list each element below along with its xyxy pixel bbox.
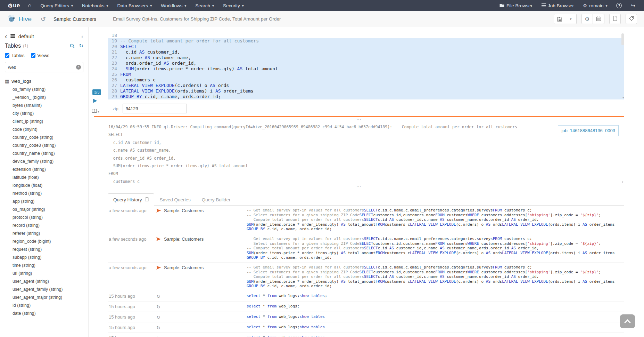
nav-menu-notebooks[interactable]: Notebooks▾ [77, 0, 113, 11]
variable-input[interactable] [123, 104, 187, 113]
settings-button[interactable]: ⚙ [581, 14, 593, 24]
editor-line[interactable]: 20SELECT [108, 44, 624, 49]
filter-tables-checkbox[interactable]: Tables [5, 53, 25, 58]
column-item-device_family[interactable]: device_family (string) [5, 158, 83, 166]
nav-user-menu[interactable]: ⚙ romain ▾ [578, 0, 612, 11]
scrollbar-thumb[interactable] [621, 33, 624, 45]
history-sql-preview[interactable]: select * from web_logs;show tables; [247, 294, 624, 298]
column-item-user_agent_family[interactable]: user_agent_family (string) [5, 286, 83, 294]
column-item-date[interactable]: date (string) [5, 310, 83, 318]
history-row[interactable]: 15 hours ago↻select * from web_logs;show… [108, 333, 624, 337]
filter-views-checkbox[interactable]: Views [31, 53, 49, 58]
editor-line[interactable]: 19-- Compute total amount per order for … [108, 38, 624, 44]
refresh-icon[interactable]: ↻ [79, 43, 83, 49]
editor-line[interactable]: 25FROM [108, 72, 624, 77]
history-sql-preview[interactable]: select * from web_logs;show tables [247, 314, 624, 319]
column-item-url[interactable]: url (string) [5, 270, 83, 278]
query-title[interactable]: Sample: Customers [53, 16, 96, 22]
history-row[interactable]: a few seconds agoSample: Customers-- Get… [108, 234, 624, 263]
nav-menu-query-editors[interactable]: Query Editors▾ [36, 0, 77, 11]
job-link[interactable]: job_1461888648136_0003 [558, 125, 619, 136]
editor-line[interactable]: 27LATERAL VIEW EXPLODE(c.orders) o AS or… [108, 83, 624, 88]
editor-line[interactable]: 18 [108, 33, 624, 38]
editor-line[interactable]: 21 c.id AS customer_id, [108, 49, 624, 55]
history-sql-preview[interactable]: -- Get email survey opt-in values for al… [247, 265, 624, 289]
nav-logout[interactable]: ↪ [626, 0, 640, 11]
history-sql-preview[interactable]: -- Get email survey opt-in values for al… [247, 208, 624, 232]
history-sql-preview[interactable]: select * from web_logs;show tables [247, 335, 624, 337]
resize-handle-top[interactable]: ⋯ [94, 117, 624, 122]
column-item-city[interactable]: city (string) [5, 110, 83, 118]
save-button[interactable] [554, 14, 565, 24]
resize-handle-bottom[interactable]: ⋯ [94, 184, 624, 190]
editor-line[interactable]: 23 ords.order_id AS order_id, [108, 61, 624, 66]
search-icon[interactable] [70, 43, 75, 48]
history-row[interactable]: 15 hours ago↻select * from web_logs;show… [108, 291, 624, 302]
nav-file-browser[interactable]: File Browser [495, 0, 537, 11]
history-row[interactable]: 15 hours ago↻select * from web_logs;show… [108, 312, 624, 322]
column-item-referer[interactable]: referer (string) [5, 230, 83, 238]
editor-line[interactable]: 22 c.name AS customer_name, [108, 55, 624, 61]
nav-menu-data-browsers[interactable]: Data Browsers▾ [113, 0, 157, 11]
table-search-input[interactable] [5, 62, 83, 72]
history-sql-preview[interactable]: select * from web_logs; [247, 304, 624, 309]
column-item-method[interactable]: method (string) [5, 190, 83, 198]
nav-menu-workflows[interactable]: Workflows▾ [156, 0, 191, 11]
column-item-region_code[interactable]: region_code (bigint) [5, 238, 83, 246]
column-item-app[interactable]: app (string) [5, 198, 83, 206]
column-item-longitude[interactable]: longitude (float) [5, 182, 83, 190]
column-item-protocol[interactable]: protocol (string) [5, 214, 83, 222]
column-item-subapp[interactable]: subapp (string) [5, 254, 83, 262]
execute-button[interactable]: ▶ [93, 98, 97, 103]
views-checkbox-input[interactable] [31, 53, 35, 58]
history-sql-preview[interactable]: select * from web_logs;show tables [247, 325, 624, 330]
column-item-request[interactable]: request (string) [5, 246, 83, 254]
database-name[interactable]: default [18, 33, 34, 39]
column-item-os_family[interactable]: os_family (string) [5, 86, 83, 94]
column-item-extension[interactable]: extension (string) [5, 166, 83, 174]
editor-line[interactable]: 26 customers c [108, 77, 624, 83]
nav-menu-search[interactable]: Search▾ [191, 0, 218, 11]
tables-checkbox-input[interactable] [5, 53, 9, 58]
hue-logo[interactable]: ⚙ue [4, 2, 23, 9]
document-button[interactable] [609, 14, 621, 24]
history-row[interactable]: a few seconds agoSample: Customers-- Get… [108, 263, 624, 291]
column-item-country_name[interactable]: country_name (string) [5, 150, 83, 158]
tags-button[interactable] [626, 14, 637, 24]
hive-app-brand[interactable]: Hive [7, 14, 32, 24]
editor-scrollbar[interactable]: ▾ [621, 33, 624, 99]
scroll-to-top-button[interactable] [620, 314, 635, 328]
editor-line[interactable]: 28LATERAL VIEW EXPLODE(ords.items) i AS … [108, 88, 624, 94]
history-sql-preview[interactable]: -- Get email survey opt-in values for al… [247, 236, 624, 260]
save-to-notebook-button[interactable]: ▾ [92, 109, 99, 114]
column-item-id[interactable]: id (string) [5, 302, 83, 310]
column-item-user_agent_major[interactable]: user_agent_major (string) [5, 294, 83, 302]
save-dropdown-button[interactable]: ▾ [565, 14, 577, 24]
back-chevron-icon[interactable]: ‹ [5, 33, 7, 40]
nav-home[interactable]: ⌂ [23, 0, 36, 11]
tab-query-history[interactable]: Query History [108, 193, 154, 206]
column-item-os_major[interactable]: os_major (string) [5, 206, 83, 214]
history-row[interactable]: 15 hours ago↻select * from web_logs;show… [108, 322, 624, 333]
column-item-client_ip[interactable]: client_ip (string) [5, 118, 83, 126]
column-item-record[interactable]: record (string) [5, 222, 83, 230]
scrollbar-down-arrow[interactable]: ▾ [622, 96, 624, 99]
sql-editor[interactable]: 1819-- Compute total amount per order fo… [108, 33, 624, 99]
collapse-chevron-icon[interactable]: ‹ [81, 33, 83, 40]
column-item-code[interactable]: code (tinyint) [5, 126, 83, 134]
editor-line[interactable]: 24 SUM(order_items.price * order_items.q… [108, 66, 624, 72]
scrollbar-down-arrow[interactable]: ▾ [622, 180, 624, 184]
clear-search-icon[interactable]: × [76, 65, 81, 70]
history-row[interactable]: a few seconds agoSample: Customers-- Get… [108, 206, 624, 234]
column-item-latitude[interactable]: latitude (float) [5, 174, 83, 182]
column-item-bytes[interactable]: bytes (smallint) [5, 102, 83, 110]
history-row[interactable]: 15 hours ago↻select * from web_logs; [108, 302, 624, 312]
column-item-time[interactable]: time (string) [5, 262, 83, 270]
editor-line[interactable]: 29GROUP BY c.id, c.name, ords.order_id; [108, 94, 624, 99]
column-item-_version_[interactable]: _version_ (bigint) [5, 94, 83, 102]
tab-saved-queries[interactable]: Saved Queries [154, 193, 196, 206]
tab-query-builder[interactable]: Query Builder [196, 193, 236, 206]
nav-job-browser[interactable]: Job Browser [537, 0, 578, 11]
table-item-web-logs[interactable]: ▦ web_logs [5, 77, 83, 86]
column-item-country_code3[interactable]: country_code3 (string) [5, 142, 83, 150]
